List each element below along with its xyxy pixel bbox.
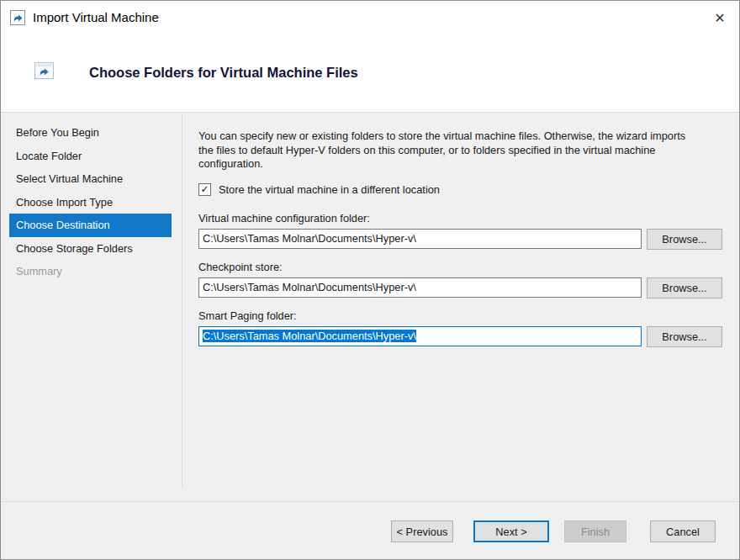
titlebar: Import Virtual Machine ✕ — [1, 1, 739, 34]
sidebar-divider — [182, 114, 182, 489]
import-arrow-icon — [34, 62, 54, 79]
sidebar-item-summary: Summary — [1, 260, 182, 283]
finish-button: Finish — [564, 520, 626, 542]
top-band: Import Virtual Machine ✕ Choose Folders … — [1, 1, 739, 113]
config-folder-browse-button[interactable]: Browse... — [647, 229, 722, 250]
sidebar-item-choose-storage-folders[interactable]: Choose Storage Folders — [1, 237, 182, 261]
footer-button-bar: < Previous Next > Finish Cancel — [1, 502, 739, 560]
sidebar-item-locate-folder[interactable]: Locate Folder — [1, 145, 182, 168]
different-location-checkbox-row: ✓ Store the virtual machine in a differe… — [198, 183, 722, 196]
sidebar-item-choose-import-type[interactable]: Choose Import Type — [1, 191, 182, 214]
checkpoint-store-row: C:\Users\Tamas Molnar\Documents\Hyper-v\… — [198, 277, 722, 298]
import-virtual-machine-window: Import Virtual Machine ✕ Choose Folders … — [0, 0, 740, 560]
checkpoint-store-label: Checkpoint store: — [198, 261, 722, 273]
smart-paging-input[interactable]: C:\Users\Tamas Molnar\Documents\Hyper-v\ — [198, 326, 642, 346]
sidebar-item-choose-destination[interactable]: Choose Destination — [9, 214, 172, 237]
checkbox-label: Store the virtual machine in a different… — [219, 183, 440, 196]
cancel-button[interactable]: Cancel — [650, 520, 716, 542]
config-folder-input[interactable]: C:\Users\Tamas Molnar\Documents\Hyper-v\ — [198, 229, 642, 249]
checkpoint-store-browse-button[interactable]: Browse... — [647, 277, 722, 298]
different-location-checkbox[interactable]: ✓ — [198, 183, 211, 196]
checkpoint-store-input[interactable]: C:\Users\Tamas Molnar\Documents\Hyper-v\ — [198, 277, 642, 298]
config-folder-label: Virtual machine configuration folder: — [198, 212, 722, 225]
previous-button[interactable]: < Previous — [391, 520, 453, 542]
page-title: Choose Folders for Virtual Machine Files — [89, 65, 358, 81]
smart-paging-row: C:\Users\Tamas Molnar\Documents\Hyper-v\… — [198, 326, 722, 347]
config-folder-row: C:\Users\Tamas Molnar\Documents\Hyper-v\… — [198, 229, 722, 250]
main-content: You can specify new or existing folders … — [198, 114, 722, 347]
wizard-steps-sidebar: Before You Begin Locate Folder Select Vi… — [1, 114, 182, 283]
import-arrow-icon — [10, 10, 25, 25]
next-button[interactable]: Next > — [473, 520, 549, 542]
smart-paging-browse-button[interactable]: Browse... — [647, 326, 722, 347]
page-description: You can specify new or existing folders … — [198, 129, 700, 172]
selected-text: C:\Users\Tamas Molnar\Documents\Hyper-v\ — [203, 330, 416, 342]
window-title: Import Virtual Machine — [33, 1, 159, 34]
sidebar-item-select-virtual-machine[interactable]: Select Virtual Machine — [1, 167, 182, 191]
close-icon[interactable]: ✕ — [700, 1, 739, 34]
sidebar-item-before-you-begin[interactable]: Before You Begin — [1, 121, 182, 145]
smart-paging-label: Smart Paging folder: — [198, 309, 722, 322]
